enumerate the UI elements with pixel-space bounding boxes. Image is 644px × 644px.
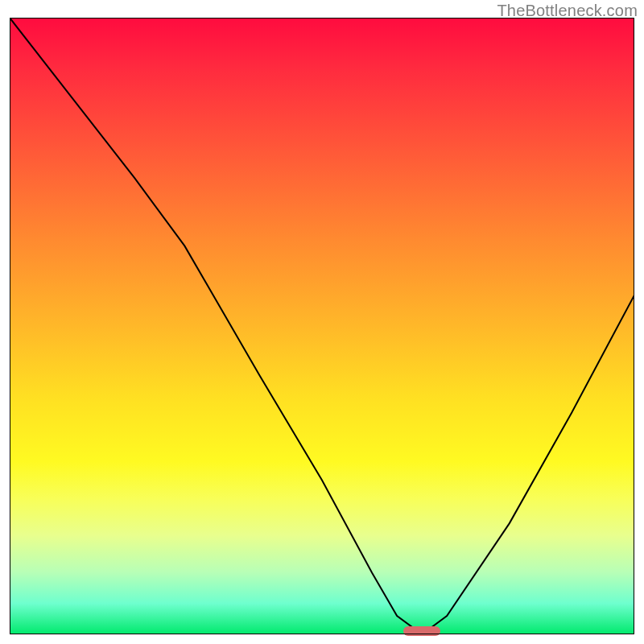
plot-area	[10, 18, 634, 634]
chart-container: TheBottleneck.com	[0, 0, 644, 644]
watermark-text: TheBottleneck.com	[497, 2, 638, 20]
minimum-marker	[403, 626, 441, 636]
